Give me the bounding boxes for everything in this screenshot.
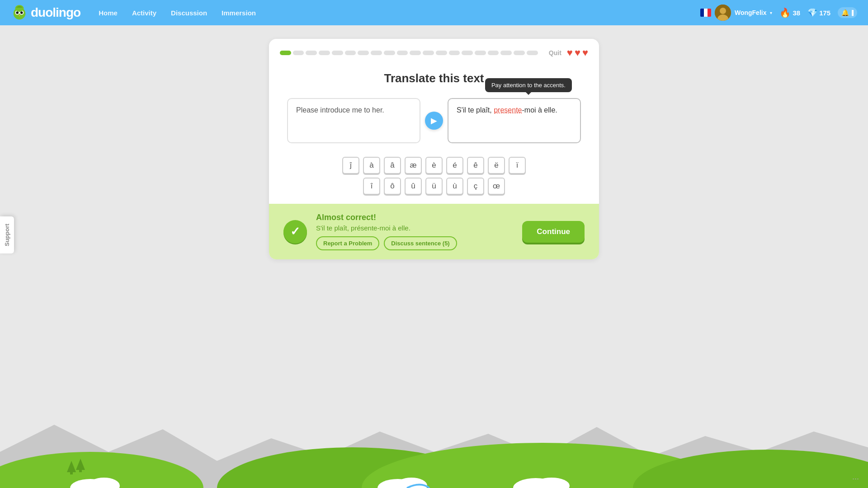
result-answer: S'il te plaît, présente-moi à elle. (316, 224, 513, 232)
result-actions: Report a Problem Discuss sentence (5) (316, 236, 513, 250)
progress-segment-6 (358, 51, 369, 55)
svg-point-27 (533, 478, 570, 488)
svg-point-3 (16, 11, 19, 14)
translate-section: Translate this text Pay attention to the… (269, 59, 599, 152)
svg-marker-13 (0, 425, 868, 488)
continue-button[interactable]: Continue (522, 221, 585, 243)
exercise-card: Quit ♥ ♥ ♥ Translate this text Pay atten… (269, 39, 599, 259)
accent-key-row2-4[interactable]: ù (446, 178, 463, 195)
accent-key-row1-0[interactable]: ĵ (342, 157, 359, 174)
progress-segment-15 (475, 51, 486, 55)
accent-key-row2-0[interactable]: î (363, 178, 380, 195)
accent-key-row2-1[interactable]: ô (384, 178, 401, 195)
svg-point-26 (513, 478, 558, 488)
quit-button[interactable]: Quit (549, 49, 561, 56)
accent-key-row1-2[interactable]: â (384, 157, 401, 174)
fire-icon: 🔥 (779, 7, 791, 18)
support-label: Support (4, 224, 10, 246)
svg-point-14 (0, 452, 203, 488)
nav-activity[interactable]: Activity (132, 9, 156, 17)
accent-key-row2-3[interactable]: ü (425, 178, 443, 195)
accent-key-row2-6[interactable]: œ (488, 178, 505, 195)
streak-count: 38 (793, 9, 800, 17)
svg-marker-21 (76, 459, 85, 470)
translated-text-normal: S'il te plaît, (457, 106, 494, 114)
progress-segment-10 (410, 51, 421, 55)
progress-segment-8 (384, 51, 395, 55)
svg-point-11 (720, 8, 726, 14)
streak-badge: 🔥 38 (779, 7, 800, 18)
accent-key-row1-7[interactable]: ë (488, 157, 505, 174)
progress-bar (280, 51, 538, 55)
svg-point-17 (633, 450, 868, 488)
svg-point-24 (377, 479, 418, 488)
heart-3: ♥ (582, 47, 588, 59)
source-text-box: Please introduce me to her. (287, 98, 420, 143)
svg-point-25 (396, 478, 427, 488)
progress-segment-0 (280, 51, 291, 55)
accent-row-1: ĵàâæèéêëï (342, 157, 526, 174)
header-right: WongFelix ▾ 🔥 38 💎 175 🔔▐ (700, 5, 857, 21)
svg-point-6 (15, 5, 24, 12)
accent-tooltip: Pay attention to the accents. (485, 78, 572, 92)
svg-point-4 (20, 11, 23, 14)
notification-badge[interactable]: 🔔▐ (838, 7, 857, 18)
translate-arrow-button[interactable]: ▶ (425, 112, 443, 130)
progress-segment-19 (527, 51, 538, 55)
translated-text-box[interactable]: S'il te plaît, presente-moi à elle. (448, 98, 581, 143)
support-tab[interactable]: Support (0, 216, 14, 253)
accent-key-row1-1[interactable]: à (363, 157, 380, 174)
accent-key-row2-2[interactable]: û (405, 178, 422, 195)
hearts-container: ♥ ♥ ♥ (567, 47, 588, 59)
accent-key-row1-4[interactable]: è (425, 157, 443, 174)
svg-rect-8 (704, 9, 708, 17)
avatar (715, 5, 731, 21)
progress-segment-7 (371, 51, 382, 55)
progress-segment-17 (500, 51, 512, 55)
translated-text-rest: -moi à elle. (522, 106, 557, 114)
progress-section: Quit ♥ ♥ ♥ (269, 39, 599, 59)
svg-marker-19 (67, 461, 76, 472)
accent-row-2: îôûüùçœ (363, 178, 505, 195)
result-banner: ✓ Almost correct! S'il te plaît, présent… (269, 204, 599, 259)
main-content: Quit ♥ ♥ ♥ Translate this text Pay atten… (0, 25, 868, 259)
accent-key-row2-5[interactable]: ç (467, 178, 484, 195)
discuss-sentence-button[interactable]: Discuss sentence (5) (384, 236, 457, 250)
translate-boxes: Pay attention to the accents. Please int… (287, 98, 581, 143)
heart-2: ♥ (575, 47, 580, 59)
progress-segment-2 (306, 51, 317, 55)
progress-segment-4 (332, 51, 343, 55)
dot-menu[interactable]: ··· (852, 474, 859, 483)
accent-key-row1-8[interactable]: ï (509, 157, 526, 174)
accent-key-row1-5[interactable]: é (446, 157, 463, 174)
progress-segment-11 (423, 51, 434, 55)
logo-text: duolingo (31, 5, 80, 20)
nav-immersion[interactable]: Immersion (222, 9, 256, 17)
landscape-decoration (0, 398, 868, 488)
progress-segment-1 (293, 51, 304, 55)
language-flag (700, 9, 711, 17)
progress-segment-13 (449, 51, 460, 55)
result-title: Almost correct! (316, 213, 513, 222)
accent-key-row1-6[interactable]: ê (467, 157, 484, 174)
check-circle: ✓ (283, 220, 307, 244)
result-text-section: Almost correct! S'il te plaît, présente-… (316, 213, 513, 250)
chevron-down-icon: ▾ (770, 10, 772, 15)
svg-point-23 (88, 478, 120, 488)
nav-discussion[interactable]: Discussion (171, 9, 207, 17)
svg-point-15 (217, 447, 488, 488)
svg-rect-18 (70, 465, 73, 474)
logo[interactable]: duolingo (11, 4, 80, 21)
heart-1: ♥ (567, 47, 573, 59)
progress-segment-16 (488, 51, 499, 55)
app-header: duolingo Home Activity Discussion Immers… (0, 0, 868, 25)
source-text: Please introduce me to her. (296, 106, 384, 114)
nav-home[interactable]: Home (99, 9, 118, 17)
gem-count: 175 (819, 9, 830, 17)
main-nav: Home Activity Discussion Immersion (99, 9, 700, 17)
accent-key-row1-3[interactable]: æ (405, 157, 422, 174)
svg-point-16 (362, 443, 723, 488)
report-problem-button[interactable]: Report a Problem (316, 236, 379, 250)
progress-segment-14 (462, 51, 473, 55)
user-profile[interactable]: WongFelix ▾ (700, 5, 773, 21)
